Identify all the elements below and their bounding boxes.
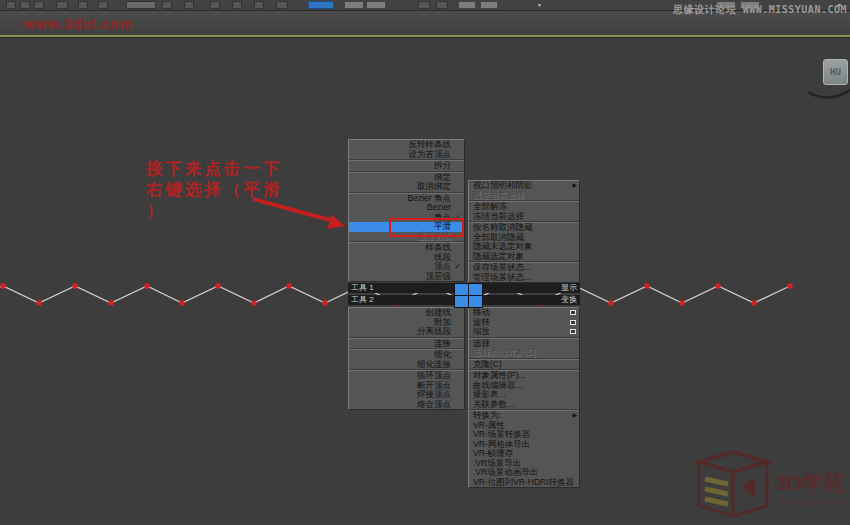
toolbar-icon[interactable] [480,1,498,9]
toolbar-icon[interactable] [418,1,430,9]
menu-item[interactable]: 克隆(C) [469,360,579,370]
toolbar-icon[interactable] [98,1,108,9]
menu-item[interactable]: 连接 [349,339,464,349]
toolbar-icon[interactable] [232,1,242,9]
menu-item-label: 平滑 [434,221,451,231]
menu-item-label: .VR场景动画导出 [473,468,538,477]
spline-vertex[interactable] [180,301,185,306]
menu-item[interactable]: .VR场景导出 [469,459,579,469]
toolbar-icon[interactable] [436,1,448,9]
settings-box-icon[interactable] [570,320,576,325]
menu-item-label: 细化 [434,349,451,359]
menu-item[interactable]: 关联参数... [469,400,579,410]
helper-shadow-curve [806,84,850,106]
quad-lower-right-panel: 移动旋转缩放选择选择类似对象(S)克隆(C)对象属性(P)...曲线编辑器...… [468,307,580,488]
menu-item-label: 分离线段 [417,326,451,336]
quad-title-tools2: 工具 2 [351,295,374,305]
menu-item[interactable]: 隐藏未选定对象 [469,242,579,252]
menu-item-label: 创建线 [426,307,452,317]
menu-item[interactable]: 拆分 [349,161,464,171]
menu-item[interactable]: 曲线编辑器... [469,381,579,391]
menu-item[interactable]: 熔合顶点 [349,400,464,410]
menu-item-label: 管理场景状态... [473,273,531,282]
menu-item[interactable]: 取消绑定 [349,182,464,192]
spline-vertex[interactable] [37,301,42,306]
menu-item[interactable]: 管理场景状态... [469,273,579,283]
dropdown-arrow-icon[interactable]: ▾ [538,1,546,9]
menu-item[interactable]: 顶层级 [349,272,464,282]
menu-item[interactable]: VR-位图到VR-HDRI转换器 [469,478,579,488]
toolbar-icon[interactable] [276,1,288,9]
toolbar-icon[interactable] [162,1,172,9]
menu-item[interactable]: VR-属性 [469,421,579,431]
toolbar-icon[interactable] [458,1,476,9]
menu-item[interactable]: 冻结当前选择 [469,212,579,222]
menu-item: 孤立当前选择 [469,191,579,201]
menu-item[interactable]: 摄影表... [469,390,579,400]
toolbar-icon[interactable] [210,1,220,9]
spline-vertex[interactable] [73,284,78,289]
menu-item-label: 隐藏未选定对象 [473,242,533,251]
menu-item[interactable]: 转换为:▶ [469,411,579,421]
menu-item[interactable]: 视口照明和阴影▶ [469,181,579,191]
spline-vertex[interactable] [716,284,721,289]
spline-vertex[interactable] [1,284,6,289]
menu-item[interactable]: VR-帧缓存 [469,449,579,459]
toolbar-icon[interactable] [20,1,30,9]
menu-item[interactable]: 选择 [469,339,579,349]
menu-item[interactable]: VR-场景转换器 [469,430,579,440]
toolbar-dropdown[interactable] [126,1,156,9]
menu-item[interactable]: 旋转 [469,318,579,328]
toolbar-icon[interactable] [366,1,386,9]
menu-item-label: 取消绑定 [417,181,451,191]
spline-vertex[interactable] [109,301,114,306]
toolbar-icon[interactable] [56,1,68,9]
quad-title-tools1: 工具 1 [351,283,374,293]
spline-vertex[interactable] [252,301,257,306]
settings-box-icon[interactable] [570,329,576,334]
spline-vertex[interactable] [609,301,614,306]
toolbar-icon[interactable] [254,1,264,9]
menu-item[interactable]: 分离线段 [349,327,464,337]
menu-item[interactable]: 按名称取消隐藏 [469,223,579,233]
menu-item[interactable]: 设为首顶点 [349,150,464,160]
menu-item[interactable]: 缩放 [469,327,579,337]
spline-vertex[interactable] [752,301,757,306]
menu-item[interactable]: VR-网格体导出 [469,440,579,450]
toolbar-icon[interactable] [34,1,44,9]
menu-item[interactable]: 移动 [469,308,579,318]
menu-item: 选择类似对象(S) [469,348,579,358]
toolbar-icon[interactable] [344,1,364,9]
spline-vertex[interactable] [645,284,650,289]
active-tool-icon[interactable] [308,1,334,9]
menu-item-label: 移动 [473,308,490,317]
spline-vertex[interactable] [287,284,292,289]
quad-title-transform: 变换 [561,295,577,305]
watermark-3dxt: www.3dxt.com [24,16,134,32]
submenu-arrow-icon: ▶ [572,181,577,191]
menu-item-label: 转换为: [473,411,501,420]
spline-vertex[interactable] [216,284,221,289]
toolbar-icon[interactable] [184,1,194,9]
scene-helper-object[interactable]: HU [823,59,848,85]
toolbar-icon[interactable] [6,1,16,9]
menu-item[interactable]: 保存场景状态... [469,263,579,273]
menu-item[interactable]: 全部解冻 [469,202,579,212]
spline-vertex[interactable] [145,284,150,289]
checkmark-icon: ✓ [454,262,461,272]
settings-box-icon[interactable] [570,310,576,315]
quad-title-display: 显示 [561,283,577,293]
spline-vertex[interactable] [788,284,793,289]
menu-item-label: 摄影表... [473,390,506,399]
menu-item[interactable]: .VR场景动画导出 [469,468,579,478]
menu-item[interactable]: 隐藏选定对象 [469,252,579,262]
menu-item-label: 附加 [434,317,451,327]
menu-item[interactable]: 全部取消隐藏 [469,233,579,243]
toolbar-icon[interactable] [78,1,88,9]
menu-item[interactable]: 对象属性(P)... [469,371,579,381]
menu-item-label: 循环顶点 [417,370,451,380]
spline-vertex[interactable] [323,301,328,306]
spline-vertex[interactable] [680,301,685,306]
menu-item-label: 顶层级 [426,271,452,281]
menu-item[interactable]: 细化连接 [349,360,464,370]
